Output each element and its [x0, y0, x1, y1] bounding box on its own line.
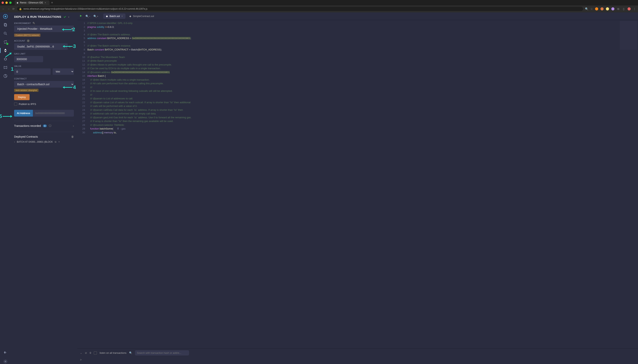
- editor-area: 🔍− 🔍+ ◆ Batch.sol × ◆ SimpleContract.sol…: [77, 12, 638, 364]
- svg-point-8: [4, 58, 6, 60]
- value-label: VALUE: [14, 65, 74, 67]
- remix-logo-icon[interactable]: [3, 14, 8, 19]
- value-unit-select[interactable]: Wei: [52, 68, 74, 75]
- panel-collapse-icon[interactable]: ›: [68, 15, 69, 18]
- trash-icon[interactable]: 🗑: [71, 135, 74, 138]
- copy-address-icon[interactable]: ⧉: [55, 140, 56, 143]
- url-bar[interactable]: 🔒 remix.ethereum.org/#lang=en&optimize=f…: [17, 7, 583, 11]
- publish-ipfs-row[interactable]: Publish to IPFS: [14, 102, 74, 106]
- editor-toolbar: 🔍− 🔍+ ◆ Batch.sol × ◆ SimpleContract.sol: [77, 12, 638, 20]
- tab-simplecontract-sol[interactable]: ◆ SimpleContract.sol: [127, 14, 156, 19]
- search-console-icon[interactable]: 🔍: [129, 352, 132, 354]
- gas-limit-input[interactable]: [14, 56, 43, 62]
- at-address-input[interactable]: [33, 110, 74, 116]
- deployed-contract-item[interactable]: › BATCH AT 0X000...00801 (BLOCK ⧉ ×: [14, 140, 74, 143]
- svg-marker-6: [4, 49, 6, 50]
- network-badge: Custom (88771) network: [14, 34, 40, 37]
- side-panel-icon[interactable]: ▯: [622, 7, 625, 10]
- publish-ipfs-label: Publish to IPFS: [19, 103, 36, 106]
- close-window-button[interactable]: [2, 2, 4, 4]
- settings-icon[interactable]: [3, 359, 8, 364]
- plugin-icon[interactable]: [3, 350, 8, 356]
- environment-select[interactable]: Injected Provider - MetaMask: [14, 26, 74, 32]
- run-icon[interactable]: [79, 14, 82, 18]
- console-bar: ⌄ ⊘ 0 listen on all transactions 🔍: [77, 348, 638, 357]
- clear-console-icon[interactable]: ⊘: [85, 352, 87, 354]
- tab-batch-sol[interactable]: ◆ Batch.sol ×: [103, 14, 126, 19]
- extension-icons: ⧉ ▯ ⋮: [595, 7, 636, 11]
- close-tab-icon[interactable]: ×: [122, 15, 123, 18]
- deploy-icon[interactable]: [3, 48, 8, 53]
- panel-title: DEPLOY & RUN TRANSACTIONS: [14, 15, 61, 18]
- at-address-button[interactable]: At Address: [14, 110, 33, 116]
- back-icon[interactable]: ←: [2, 7, 5, 10]
- plug-icon[interactable]: 🔌: [32, 22, 36, 24]
- deployed-contract-name: BATCH AT 0X000...00801 (BLOCK: [17, 140, 53, 143]
- stats-icon[interactable]: [3, 74, 8, 78]
- edit-account-icon[interactable]: ✎: [72, 45, 74, 48]
- svg-point-14: [5, 361, 6, 362]
- extension-metamask-icon[interactable]: [595, 7, 598, 10]
- svg-line-5: [6, 34, 7, 35]
- browser-tab[interactable]: ◆ Remix - Ethereum IDE ×: [15, 0, 50, 5]
- file-explorer-icon[interactable]: [3, 22, 8, 28]
- environment-label: ENVIRONMENT 🔌: [14, 22, 74, 24]
- extension-2-icon[interactable]: [600, 7, 604, 10]
- profile-avatar[interactable]: [628, 7, 631, 10]
- publish-ipfs-checkbox[interactable]: [14, 102, 17, 106]
- learn-icon[interactable]: [3, 65, 8, 70]
- site-info-icon[interactable]: 🔒: [19, 8, 22, 10]
- account-select[interactable]: 0xa9d...5eF91 (999999999…6: [14, 43, 68, 50]
- search-transactions-input[interactable]: [135, 350, 189, 356]
- compile-success-badge: [6, 43, 8, 45]
- panel-header: DEPLOY & RUN TRANSACTIONS ›: [14, 15, 74, 18]
- gas-limit-label: GAS LIMIT: [14, 52, 74, 55]
- copy-account-icon[interactable]: ⧉: [69, 45, 70, 48]
- deploy-panel: DEPLOY & RUN TRANSACTIONS › ENVIRONMENT …: [11, 12, 77, 364]
- tab-label: SimpleContract.sol: [133, 15, 154, 18]
- info-icon[interactable]: ⓘ: [49, 124, 52, 128]
- search-icon[interactable]: [3, 31, 8, 36]
- extensions-menu-icon[interactable]: ⧉: [617, 7, 620, 11]
- reload-icon[interactable]: ⟳: [12, 7, 15, 10]
- minimap[interactable]: [620, 21, 637, 50]
- pending-count: 0: [90, 352, 91, 354]
- debugger-icon[interactable]: [3, 56, 8, 62]
- browser-menu-icon[interactable]: ⋮: [633, 7, 636, 10]
- chevron-right-icon[interactable]: ›: [14, 140, 15, 143]
- code-content[interactable]: // SPDX-License-Identifier: GPL-3.0-only…: [88, 21, 638, 348]
- chevron-right-icon[interactable]: ›: [73, 124, 74, 128]
- maximize-window-button[interactable]: [9, 2, 12, 4]
- value-input[interactable]: [14, 68, 51, 75]
- star-icon[interactable]: ☆: [590, 7, 593, 10]
- zoom-in-icon[interactable]: 🔍+: [94, 15, 98, 18]
- minimize-window-button[interactable]: [6, 2, 8, 4]
- contract-select[interactable]: Batch - contracts/Batch.sol: [14, 81, 74, 88]
- collapse-console-icon[interactable]: ⌄: [80, 352, 82, 354]
- transactions-recorded-row[interactable]: Transactions recorded 0 ⓘ ›: [14, 124, 74, 128]
- close-icon[interactable]: ×: [58, 140, 60, 143]
- add-account-icon[interactable]: +: [27, 40, 30, 42]
- new-tab-button[interactable]: +: [51, 1, 53, 5]
- window-controls: [2, 2, 12, 4]
- code-editor[interactable]: 1234567891011121314151617181920212223242…: [77, 20, 638, 348]
- forward-icon[interactable]: →: [7, 7, 10, 10]
- evm-version-badge: evm version: shanghai: [14, 89, 38, 92]
- check-icon: [63, 15, 66, 18]
- solidity-file-icon: ◆: [129, 15, 131, 18]
- browser-nav-bar: ← → ⟳ 🔒 remix.ethereum.org/#lang=en&opti…: [0, 6, 638, 12]
- compiler-icon[interactable]: [3, 40, 8, 44]
- deploy-button[interactable]: Deploy: [14, 94, 30, 100]
- zoom-icon[interactable]: 🔍: [585, 7, 588, 10]
- listen-checkbox[interactable]: [94, 352, 97, 354]
- close-tab-icon[interactable]: ×: [45, 1, 46, 4]
- console-prompt[interactable]: >: [77, 357, 638, 364]
- url-text: remix.ethereum.org/#lang=en&optimize=fal…: [24, 8, 148, 10]
- extension-4-icon[interactable]: [611, 7, 614, 10]
- svg-marker-7: [4, 51, 6, 52]
- zoom-out-icon[interactable]: 🔍−: [86, 15, 90, 18]
- extension-3-icon[interactable]: [606, 7, 609, 10]
- transactions-count-badge: 0: [43, 124, 47, 127]
- svg-marker-15: [80, 15, 82, 17]
- contract-label: CONTRACT: [14, 78, 74, 80]
